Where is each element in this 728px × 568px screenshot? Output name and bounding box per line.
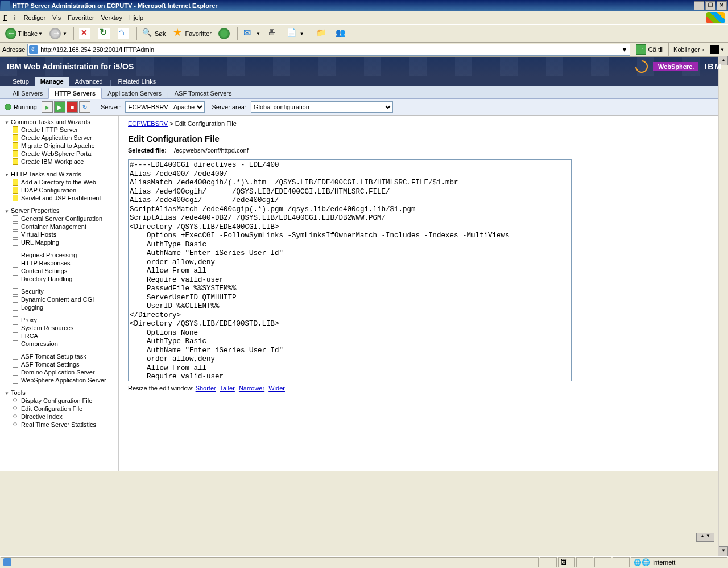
sidebar-item[interactable]: Dynamic Content and CGI bbox=[5, 295, 118, 303]
minimize-button[interactable]: _ bbox=[694, 1, 704, 10]
sidebar-group-server-props[interactable]: Server Properties bbox=[5, 207, 118, 215]
sidebar-item[interactable]: Content Settings bbox=[5, 267, 118, 275]
sidebar-item[interactable]: Create Application Server bbox=[5, 134, 118, 142]
sidebar-item[interactable]: Security bbox=[5, 287, 118, 295]
item-icon bbox=[13, 361, 19, 368]
sidebar-item[interactable]: Compression bbox=[5, 340, 118, 348]
page-title: Edit Configuration File bbox=[128, 134, 719, 143]
sidebar-group-common[interactable]: Common Tasks and Wizards bbox=[5, 118, 118, 126]
media-button[interactable] bbox=[216, 27, 234, 40]
sidebar-item[interactable]: Directory Handling bbox=[5, 275, 118, 283]
browser-scrollbar[interactable]: ▲ ▼ bbox=[718, 56, 728, 557]
forward-button[interactable]: ▼ bbox=[47, 27, 70, 40]
norton-icon[interactable]: ▼ bbox=[709, 43, 726, 56]
status-cell-4 bbox=[594, 557, 611, 567]
item-icon bbox=[13, 377, 19, 384]
address-url[interactable]: http://192.168.254.250:2001/HTTPAdmin bbox=[40, 46, 620, 53]
folder-button[interactable] bbox=[313, 27, 332, 40]
subtab-app-servers[interactable]: Application Servers bbox=[102, 88, 167, 98]
item-icon bbox=[13, 275, 19, 282]
status-bar: 🖼 🌐Internett bbox=[0, 556, 728, 568]
tab-related[interactable]: Related Links bbox=[113, 77, 162, 86]
messenger-button[interactable] bbox=[333, 27, 351, 40]
sidebar-item[interactable]: LDAP Configuration bbox=[5, 186, 118, 194]
ie-icon bbox=[1, 1, 10, 10]
refresh-button[interactable] bbox=[96, 27, 114, 40]
favorites-button[interactable]: Favoritter bbox=[169, 27, 214, 40]
sub-tabs: All Servers HTTP Servers Application Ser… bbox=[0, 86, 728, 99]
sidebar-item[interactable]: Create IBM Workplace bbox=[5, 158, 118, 166]
sidebar-item[interactable]: ASF Tomcat Settings bbox=[5, 360, 118, 368]
sidebar-item[interactable]: Display Configuration File bbox=[5, 397, 118, 405]
menu-view[interactable]: Vis bbox=[52, 14, 61, 21]
menu-file[interactable]: Fil bbox=[3, 14, 17, 21]
edit-button[interactable]: ▼ bbox=[284, 27, 307, 40]
sidebar-item[interactable]: Add a Directory to the Web bbox=[5, 178, 118, 186]
sidebar-item[interactable]: Real Time Server Statistics bbox=[5, 421, 118, 429]
server-restart-button[interactable]: ▶ bbox=[54, 101, 65, 113]
resize-narrower[interactable]: Narrower bbox=[239, 385, 264, 392]
search-button[interactable]: Søk bbox=[139, 27, 169, 40]
sidebar-item[interactable]: WebSphere Application Server bbox=[5, 376, 118, 384]
print-button[interactable] bbox=[264, 27, 283, 40]
close-button[interactable]: ✕ bbox=[717, 1, 727, 10]
item-icon bbox=[13, 405, 19, 412]
server-select[interactable]: ECPWEBSRV - Apache bbox=[125, 101, 205, 113]
go-button[interactable]: Gå til bbox=[634, 44, 665, 55]
server-start-button[interactable]: ▶ bbox=[42, 101, 53, 113]
resize-wider[interactable]: Wider bbox=[268, 385, 285, 392]
breadcrumb-link[interactable]: ECPWEBSRV bbox=[128, 120, 168, 127]
address-bar: Adresse http://192.168.254.250:2001/HTTP… bbox=[0, 43, 728, 57]
sidebar-item[interactable]: Request Processing bbox=[5, 251, 118, 259]
config-textarea[interactable] bbox=[128, 159, 572, 381]
tab-advanced[interactable]: Advanced bbox=[69, 77, 109, 86]
resize-taller[interactable]: Taller bbox=[220, 385, 235, 392]
server-refresh-button[interactable]: ↻ bbox=[79, 101, 90, 113]
selected-file-label: Selected file: bbox=[128, 147, 167, 154]
item-icon bbox=[13, 134, 19, 141]
sidebar-item[interactable]: HTTP Responses bbox=[5, 259, 118, 267]
scroll-down-icon[interactable]: ▼ bbox=[719, 546, 728, 557]
sidebar-group-tools[interactable]: Tools bbox=[5, 389, 118, 397]
sidebar-item[interactable]: ASF Tomcat Setup task bbox=[5, 352, 118, 360]
sidebar-item[interactable]: Container Management bbox=[5, 223, 118, 231]
toolbar: Tilbake▼ ▼ Søk Favoritter ▼ ▼ bbox=[0, 24, 728, 43]
status-running: Running bbox=[14, 104, 37, 110]
sidebar-item[interactable]: Logging bbox=[5, 303, 118, 311]
sidebar-item[interactable]: Servlet and JSP Enablement bbox=[5, 194, 118, 202]
sidebar-item[interactable]: Edit Configuration File bbox=[5, 405, 118, 413]
menu-favorites[interactable]: Favoritter bbox=[68, 14, 94, 21]
sidebar-item[interactable]: Migrate Original to Apache bbox=[5, 142, 118, 150]
stop-button[interactable] bbox=[76, 27, 94, 40]
sidebar-item[interactable]: Proxy bbox=[5, 316, 118, 324]
tab-setup[interactable]: Setup bbox=[7, 77, 35, 86]
subtab-asf-tomcat[interactable]: ASF Tomcat Servers bbox=[169, 88, 238, 98]
sidebar-item[interactable]: System Resources bbox=[5, 324, 118, 332]
back-button[interactable]: Tilbake▼ bbox=[2, 27, 46, 40]
tab-manage[interactable]: Manage bbox=[35, 77, 69, 86]
mail-button[interactable]: ▼ bbox=[240, 27, 263, 40]
sidebar-group-http-tasks[interactable]: HTTP Tasks and Wizards bbox=[5, 170, 118, 178]
server-area-select[interactable]: Global configuration bbox=[251, 101, 393, 113]
links-button[interactable]: Koblinger » bbox=[668, 43, 709, 56]
home-button[interactable] bbox=[115, 27, 133, 40]
sidebar-item[interactable]: URL Mapping bbox=[5, 238, 118, 246]
menu-edit[interactable]: Rediger bbox=[24, 14, 46, 21]
subtab-http-servers[interactable]: HTTP Servers bbox=[48, 88, 102, 99]
address-dropdown[interactable]: ▼ bbox=[620, 46, 628, 53]
resize-shorter[interactable]: Shorter bbox=[196, 385, 216, 392]
sidebar-item[interactable]: Create HTTP Server bbox=[5, 126, 118, 134]
menu-help[interactable]: Hjelp bbox=[129, 14, 143, 21]
frame-scroll-corner[interactable]: ▲ ▼ bbox=[696, 533, 714, 542]
sidebar-item[interactable]: Virtual Hosts bbox=[5, 231, 118, 238]
subtab-all-servers[interactable]: All Servers bbox=[7, 88, 48, 98]
sidebar-item[interactable]: Directive Index bbox=[5, 413, 118, 421]
address-input[interactable]: http://192.168.254.250:2001/HTTPAdmin ▼ bbox=[27, 44, 630, 56]
sidebar-item[interactable]: General Server Configuration bbox=[5, 215, 118, 223]
restore-button[interactable]: ❐ bbox=[705, 1, 715, 10]
menu-tools[interactable]: Verktøy bbox=[101, 14, 122, 21]
sidebar-item[interactable]: Domino Application Server bbox=[5, 368, 118, 376]
sidebar-item[interactable]: FRCA bbox=[5, 332, 118, 340]
sidebar-item[interactable]: Create WebSphere Portal bbox=[5, 150, 118, 158]
server-stop-button[interactable]: ■ bbox=[67, 101, 78, 113]
